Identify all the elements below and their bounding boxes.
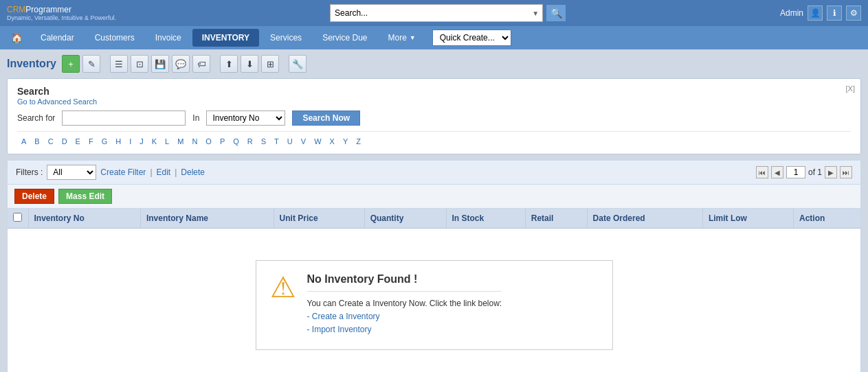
next-page-button[interactable]: ▶ xyxy=(825,166,837,178)
nav-calendar[interactable]: Calendar xyxy=(31,29,84,47)
import-inventory-link[interactable]: - Import Inventory xyxy=(307,325,372,334)
tag-button[interactable]: 🏷 xyxy=(192,55,210,73)
info-button[interactable]: ℹ xyxy=(827,5,842,21)
inventory-table-wrapper: Inventory No Inventory Name Unit Price Q… xyxy=(7,208,861,372)
nav-more-arrow-icon: ▼ xyxy=(410,34,416,41)
quick-create-select[interactable]: Quick Create... xyxy=(432,30,511,46)
nav-inventory-label: INVENTORY xyxy=(202,33,249,43)
page-header: Inventory + ✎ ☰ ⊡ 💾 💬 🏷 ⬆ ⬇ ⊞ 🔧 xyxy=(7,55,861,73)
alpha-k[interactable]: K xyxy=(148,136,161,147)
calendar-view-button[interactable]: ⊡ xyxy=(131,55,148,73)
nav-home[interactable]: 🏠 xyxy=(4,28,30,47)
create-inventory-link[interactable]: - Create a Inventory xyxy=(307,312,380,321)
page-content: Inventory + ✎ ☰ ⊡ 💾 💬 🏷 ⬆ ⬇ ⊞ 🔧 Search G… xyxy=(0,49,868,372)
search-box: Search Go to Advanced Search [X] Search … xyxy=(7,78,861,154)
alpha-t[interactable]: T xyxy=(270,136,283,147)
nav-more[interactable]: More ▼ xyxy=(379,29,425,47)
nav-more-label: More xyxy=(388,33,407,43)
last-page-button[interactable]: ⏭ xyxy=(840,166,852,178)
alpha-x[interactable]: X xyxy=(326,136,339,147)
delete-filter-link[interactable]: Delete xyxy=(181,167,205,177)
col-inv-name-label: Inventory Name xyxy=(146,213,208,223)
save-button[interactable]: 💾 xyxy=(151,55,169,73)
alpha-h[interactable]: H xyxy=(111,136,125,147)
comment-button[interactable]: 💬 xyxy=(172,55,190,73)
search-close-button[interactable]: [X] xyxy=(846,84,855,93)
inventory-table: Inventory No Inventory Name Unit Price Q… xyxy=(8,209,860,372)
logo-tagline: Dynamic, Versatile, Intuitive & Powerful… xyxy=(7,14,116,21)
info-icon: ℹ xyxy=(833,8,836,18)
col-header-date-ordered[interactable]: Date Ordered xyxy=(587,209,702,229)
alpha-s[interactable]: S xyxy=(257,136,270,147)
col-header-limit-low[interactable]: Limit Low xyxy=(702,209,793,229)
empty-state-title: No Inventory Found ! xyxy=(307,273,502,286)
edit-filter-link[interactable]: Edit xyxy=(157,167,171,177)
alpha-p[interactable]: P xyxy=(216,136,229,147)
nav-services[interactable]: Services xyxy=(260,29,311,47)
alpha-j[interactable]: J xyxy=(135,136,148,147)
search-in-select[interactable]: Inventory No Inventory Name Unit Price Q… xyxy=(206,111,285,126)
select-all-checkbox[interactable] xyxy=(13,213,22,222)
alpha-v[interactable]: V xyxy=(297,136,310,147)
alpha-g[interactable]: G xyxy=(98,136,112,147)
empty-state-text: No Inventory Found ! You can Create a In… xyxy=(307,273,502,337)
search-records-button[interactable]: ⊞ xyxy=(261,55,279,73)
add-button[interactable]: + xyxy=(62,55,80,73)
top-search-area: Search... 🔍 xyxy=(330,4,566,22)
advanced-search-link[interactable]: Go to Advanced Search xyxy=(17,97,97,106)
mass-edit-button[interactable]: Mass Edit xyxy=(58,189,112,204)
page-number-input[interactable] xyxy=(786,166,805,178)
nav-invoice[interactable]: Invoice xyxy=(146,29,191,47)
search-for-input[interactable] xyxy=(62,111,186,126)
alpha-i[interactable]: I xyxy=(125,136,135,147)
alpha-d[interactable]: D xyxy=(58,136,71,147)
first-page-button[interactable]: ⏮ xyxy=(756,166,768,178)
col-header-inv-no[interactable]: Inventory No xyxy=(28,209,140,229)
list-view-button[interactable]: ☰ xyxy=(110,55,128,73)
user-profile-button[interactable]: 👤 xyxy=(808,5,823,21)
alpha-r[interactable]: R xyxy=(243,136,257,147)
filters-label: Filters : xyxy=(16,167,43,177)
import-button[interactable]: ⬆ xyxy=(220,55,238,73)
create-filter-link[interactable]: Create Filter xyxy=(100,167,146,177)
alpha-e[interactable]: E xyxy=(71,136,85,147)
alpha-o[interactable]: O xyxy=(201,136,216,147)
nav-inventory[interactable]: INVENTORY xyxy=(192,29,259,47)
alpha-b[interactable]: B xyxy=(30,136,43,147)
delete-button[interactable]: Delete xyxy=(14,189,54,204)
alpha-q[interactable]: Q xyxy=(229,136,243,147)
admin-label: Admin xyxy=(780,8,803,18)
search-in-label: In xyxy=(192,113,199,123)
col-header-quantity[interactable]: Quantity xyxy=(364,209,446,229)
col-header-unit-price[interactable]: Unit Price xyxy=(274,209,364,229)
alpha-n[interactable]: N xyxy=(188,136,201,147)
edit-button[interactable]: ✎ xyxy=(82,55,100,73)
col-header-inv-name[interactable]: Inventory Name xyxy=(140,209,274,229)
col-header-in-stock[interactable]: In Stock xyxy=(446,209,525,229)
col-header-retail[interactable]: Retail xyxy=(525,209,587,229)
settings-button[interactable]: ⚙ xyxy=(846,5,861,21)
nav-service-due[interactable]: Service Due xyxy=(313,29,377,47)
search-button[interactable]: 🔍 xyxy=(546,4,566,22)
search-now-button[interactable]: Search Now xyxy=(292,111,360,126)
nav-bar: 🏠 Calendar Customers Invoice INVENTORY S… xyxy=(0,26,868,49)
export-button[interactable]: ⬇ xyxy=(241,55,258,73)
empty-state: ⚠ No Inventory Found ! You can Create a … xyxy=(256,260,613,350)
alpha-m[interactable]: M xyxy=(173,136,188,147)
prev-page-button[interactable]: ◀ xyxy=(771,166,783,178)
col-unit-price-label: Unit Price xyxy=(280,213,318,223)
alpha-a[interactable]: A xyxy=(17,136,30,147)
filters-select[interactable]: All Active Inactive xyxy=(47,165,96,180)
alpha-f[interactable]: F xyxy=(85,136,98,147)
settings-button[interactable]: 🔧 xyxy=(289,55,307,73)
alpha-w[interactable]: W xyxy=(310,136,325,147)
alpha-z[interactable]: Z xyxy=(352,136,365,147)
alpha-u[interactable]: U xyxy=(283,136,297,147)
alpha-y[interactable]: Y xyxy=(339,136,352,147)
inventory-table-body: ⚠ No Inventory Found ! You can Create a … xyxy=(8,229,860,373)
search-input[interactable]: Search... xyxy=(330,4,543,22)
warning-icon: ⚠ xyxy=(270,273,296,302)
nav-customers[interactable]: Customers xyxy=(85,29,144,47)
alpha-l[interactable]: L xyxy=(161,136,173,147)
alpha-c[interactable]: C xyxy=(44,136,58,147)
